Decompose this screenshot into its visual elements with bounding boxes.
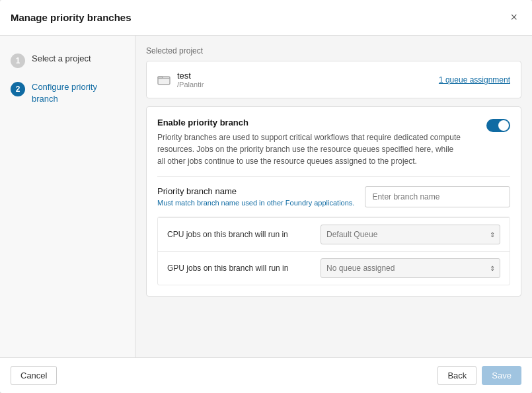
cpu-queue-select[interactable]: Default Queue Queue A Queue B	[321, 225, 500, 244]
cancel-button[interactable]: Cancel	[11, 366, 57, 385]
save-button[interactable]: Save	[482, 366, 521, 385]
branch-name-section: Priority branch name Must match branch n…	[157, 186, 510, 207]
cpu-queue-row: CPU jobs on this branch will run in Defa…	[158, 217, 510, 251]
dialog-footer: Cancel Back Save	[0, 357, 532, 393]
selected-project-section: Selected project test /Palantir 1	[146, 46, 521, 98]
project-path: /Palantir	[177, 81, 204, 89]
project-name: test	[177, 71, 204, 81]
enable-description: Priority branches are used to support cr…	[157, 131, 461, 167]
branch-name-label-block: Priority branch name Must match branch n…	[157, 186, 354, 207]
close-button[interactable]: ×	[506, 9, 521, 26]
branch-name-sublabel: Must match branch name used in other Fou…	[157, 199, 354, 207]
project-card: test /Palantir 1 queue assignment	[146, 61, 521, 98]
dialog-title: Manage priority branches	[11, 12, 132, 23]
branch-name-input[interactable]	[365, 186, 510, 207]
queue-assignment-link[interactable]: 1 queue assignment	[439, 75, 510, 85]
cpu-queue-select-wrapper: Default Queue Queue A Queue B ⇕	[321, 225, 500, 244]
sidebar-item-select-project[interactable]: 1 Select a project	[0, 46, 135, 75]
gpu-queue-select[interactable]: No queue assigned GPU Queue A GPU Queue …	[321, 258, 500, 278]
back-button[interactable]: Back	[437, 366, 476, 385]
queues-block: CPU jobs on this branch will run in Defa…	[157, 217, 510, 285]
svg-rect-1	[158, 77, 163, 79]
enable-text-block: Enable priority branch Priority branches…	[157, 118, 478, 167]
enable-toggle[interactable]	[486, 119, 510, 132]
step-2-number: 2	[11, 82, 25, 96]
step-1-label: Select a project	[32, 53, 91, 65]
sidebar-item-configure-branch[interactable]: 2 Configure priority branch	[0, 75, 135, 112]
dialog-header: Manage priority branches ×	[0, 0, 532, 36]
project-info: test /Palantir	[157, 71, 204, 89]
gpu-queue-label: GPU jobs on this branch will run in	[167, 264, 313, 273]
selected-project-title: Selected project	[146, 46, 521, 55]
dialog-body: 1 Select a project 2 Configure priority …	[0, 36, 532, 357]
enable-priority-row: Enable priority branch Priority branches…	[157, 118, 510, 167]
gpu-queue-row: GPU jobs on this branch will run in No q…	[158, 251, 510, 285]
main-content: Selected project test /Palantir 1	[135, 36, 532, 357]
folder-icon	[157, 75, 171, 85]
step-2-label: Configure priority branch	[32, 81, 124, 105]
manage-priority-branches-dialog: Manage priority branches × 1 Select a pr…	[0, 0, 532, 393]
step-1-number: 1	[11, 54, 25, 68]
config-card: Enable priority branch Priority branches…	[146, 106, 521, 297]
cpu-queue-label: CPU jobs on this branch will run in	[167, 230, 313, 239]
gpu-queue-select-wrapper: No queue assigned GPU Queue A GPU Queue …	[321, 258, 500, 278]
enable-title: Enable priority branch	[157, 118, 478, 127]
footer-right: Back Save	[437, 366, 521, 385]
divider-1	[157, 176, 510, 177]
branch-name-label: Priority branch name	[157, 186, 354, 196]
sidebar: 1 Select a project 2 Configure priority …	[0, 36, 135, 357]
